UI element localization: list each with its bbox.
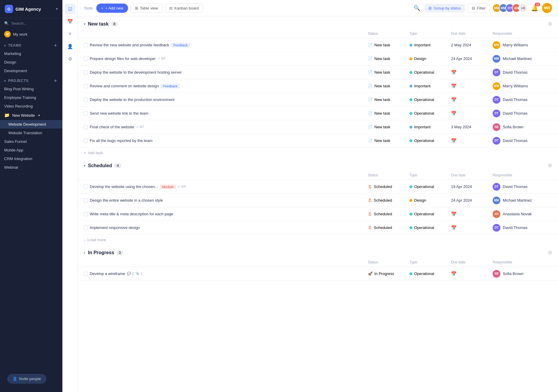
add-team-button[interactable]: + xyxy=(53,43,58,48)
load-more-button[interactable]: ↓ Load more xyxy=(78,235,558,245)
group-icon: ⊞ xyxy=(428,6,432,10)
sidebar-item-marketing[interactable]: Marketing xyxy=(0,49,62,58)
task-row[interactable]: Develop a wireframe 💬 2 📎 1 🚀 In Progres… xyxy=(78,267,558,281)
invite-people-button[interactable]: 👤 Invite people xyxy=(7,374,46,384)
task-checkbox[interactable] xyxy=(84,226,88,230)
task-row[interactable]: Write meta title & meta description for … xyxy=(78,207,558,221)
status-type-icon: 📄 xyxy=(368,84,373,88)
sidebar-item-blog-post[interactable]: Blog Post Writing xyxy=(0,85,62,93)
add-new-button[interactable]: + + Add new xyxy=(96,4,128,13)
status-label: Scheduled xyxy=(374,212,392,216)
status-label: Scheduled xyxy=(374,225,392,230)
task-due-date: 📅 xyxy=(451,225,493,230)
task-row[interactable]: Design the entire website in a chosen st… xyxy=(78,194,558,207)
task-checkbox[interactable] xyxy=(84,125,88,129)
add-project-button[interactable]: + xyxy=(53,78,58,83)
table-icon: ⊞ xyxy=(135,6,138,10)
sidebar-item-webinar[interactable]: Webinar xyxy=(0,163,62,172)
task-row[interactable]: Implement responsive design 🗓 Scheduled … xyxy=(78,221,558,235)
task-row[interactable]: Deploy the website to the production env… xyxy=(78,93,558,107)
task-checkbox[interactable] xyxy=(84,272,88,276)
task-row[interactable]: Review and comment on website design Fee… xyxy=(78,79,558,93)
task-checkbox[interactable] xyxy=(84,84,88,88)
type-dot xyxy=(409,199,412,202)
sidebar-item-new-website[interactable]: 📁 New Website ▾ xyxy=(0,110,62,120)
group-by-button[interactable]: ⊞ Group by status xyxy=(424,4,465,12)
kanban-board-button[interactable]: ⊟ Kanban board xyxy=(165,4,203,13)
sidebar-item-employee[interactable]: Employee Training xyxy=(0,93,62,102)
app-dropdown-icon[interactable]: ▾ xyxy=(56,7,58,11)
status-label: New task xyxy=(374,138,390,143)
strip-tasks-icon[interactable]: ☑ xyxy=(65,4,75,14)
notifications-button[interactable]: 🔔 12 xyxy=(530,3,540,13)
search-button[interactable]: 🔍 xyxy=(412,3,422,13)
strip-list-icon[interactable]: ≡ xyxy=(65,29,75,39)
sidebar-item-video[interactable]: Video Recording xyxy=(0,102,62,110)
strip-calendar-icon[interactable]: 📅 xyxy=(65,16,75,27)
resp-avatar: SB xyxy=(493,123,500,131)
task-type-cell: Important xyxy=(409,43,451,47)
task-row[interactable]: Send new website link to the team 📄 New … xyxy=(78,107,558,120)
task-checkbox[interactable] xyxy=(84,98,88,102)
task-checkbox[interactable] xyxy=(84,70,88,75)
search-bar[interactable]: 🔍 Search... xyxy=(0,18,62,29)
type-label: Operational xyxy=(414,70,434,75)
strip-people-icon[interactable]: 👤 xyxy=(65,41,75,52)
group-in-progress-settings[interactable]: ⚙ xyxy=(548,250,552,255)
avatar-more[interactable]: +3 xyxy=(518,4,527,12)
task-responsible: DT David Thomas xyxy=(493,224,552,232)
app-logo[interactable]: G GIM Agency ▾ xyxy=(0,0,62,18)
projects-chevron: ▾ xyxy=(4,79,6,83)
add-task-button[interactable]: + Add task xyxy=(78,148,558,158)
task-type-cell: Operational xyxy=(409,212,451,216)
table-view-button[interactable]: ⊞ Table view xyxy=(130,4,163,13)
task-row[interactable]: Prepare design files for web developer ✓… xyxy=(78,52,558,66)
task-checkbox[interactable] xyxy=(84,43,88,47)
strip-settings-icon[interactable]: ⚙ xyxy=(65,53,75,64)
user-avatar[interactable]: MW xyxy=(542,3,552,13)
task-checkbox[interactable] xyxy=(84,198,88,203)
sidebar-item-development[interactable]: Development xyxy=(0,67,62,75)
sidebar-item-website-development[interactable]: Website Development xyxy=(0,120,62,129)
task-row[interactable]: Fix all the bugs reported by the team 📄 … xyxy=(78,134,558,148)
col-type-3: Type xyxy=(409,260,451,264)
calendar-icon: 📅 xyxy=(451,271,457,276)
task-row[interactable]: Final check of the website ✓ 0/7 📄 New t… xyxy=(78,120,558,134)
logo-icon: G xyxy=(5,5,13,13)
group-scheduled-toggle[interactable]: ▾ xyxy=(84,164,86,168)
task-checkbox[interactable] xyxy=(84,111,88,116)
col-task-name-3 xyxy=(84,260,368,264)
task-row[interactable]: Deploy the website to the development ho… xyxy=(78,66,558,79)
task-checkbox[interactable] xyxy=(84,139,88,143)
filter-button[interactable]: ⊟ Filter xyxy=(467,4,490,13)
marketing-label: Marketing xyxy=(4,51,21,56)
sidebar-item-website-translation[interactable]: Website Translation xyxy=(0,129,62,137)
task-due-date: 📅 xyxy=(451,97,493,102)
task-type-cell: Operational xyxy=(409,225,451,230)
sidebar-item-sales-funnel[interactable]: Sales Funnel xyxy=(0,137,62,146)
task-row[interactable]: Review the new website and provide feedb… xyxy=(78,38,558,52)
col-due-date-3: Due date xyxy=(451,260,493,264)
sidebar-item-crm[interactable]: CRM Integration xyxy=(0,154,62,163)
resp-name: David Thomas xyxy=(503,97,528,102)
sidebar-item-mobile-app[interactable]: Mobile App xyxy=(0,146,62,154)
group-in-progress-toggle[interactable]: ▸ xyxy=(84,251,86,255)
group-scheduled-settings[interactable]: ⚙ xyxy=(548,163,552,168)
task-checkbox[interactable] xyxy=(84,57,88,61)
task-responsible: DT David Thomas xyxy=(493,69,552,76)
task-row[interactable]: Develop the website using the chosen... … xyxy=(78,180,558,194)
my-work-item[interactable]: M My work xyxy=(0,29,62,40)
new-website-chevron[interactable]: ▾ xyxy=(38,114,40,117)
task-responsible: DT David Thomas xyxy=(493,183,552,191)
attach-count: 📎 1 xyxy=(135,272,142,276)
employee-label: Employee Training xyxy=(4,95,36,100)
task-checkbox[interactable] xyxy=(84,185,88,189)
type-dot xyxy=(409,44,412,47)
group-new-task-settings[interactable]: ⚙ xyxy=(548,21,552,27)
resp-avatar: DT xyxy=(493,224,500,232)
group-new-task-toggle[interactable]: ▾ xyxy=(84,22,86,26)
task-due-date: 24 Apr 2024 xyxy=(451,56,493,61)
task-checkbox[interactable] xyxy=(84,212,88,216)
sidebar-item-design[interactable]: Design xyxy=(0,58,62,67)
resp-name: David Thomas xyxy=(503,225,528,230)
